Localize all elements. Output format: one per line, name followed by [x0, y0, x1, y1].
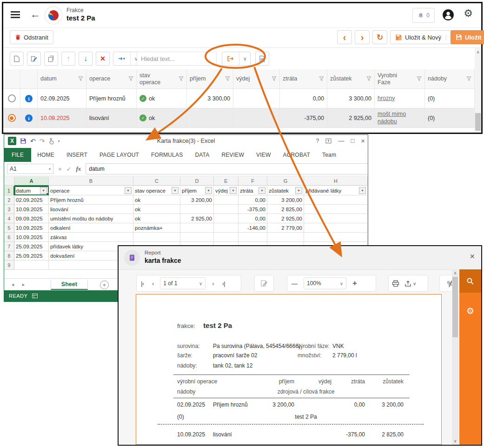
filter-funnel-icon[interactable] — [417, 76, 422, 81]
cell-vydej[interactable] — [233, 108, 280, 128]
delete-button[interactable]: Odstranit — [10, 30, 53, 44]
cell-nadoby[interactable]: (0) — [425, 108, 475, 128]
cell[interactable] — [133, 233, 180, 242]
row-number[interactable]: 4 — [4, 214, 14, 223]
new-row-button[interactable] — [10, 52, 24, 66]
cell[interactable]: ok — [133, 214, 180, 223]
row-number[interactable]: 7 — [4, 242, 14, 251]
column-letter[interactable]: E — [214, 177, 239, 186]
notifications-button[interactable]: 0 — [412, 8, 435, 23]
cell-F1[interactable]: ztráta▾ — [239, 186, 267, 195]
move-down-button[interactable]: ↓ — [79, 52, 93, 66]
info-icon[interactable]: i — [25, 114, 33, 122]
cell-C1[interactable]: stav operace▾ — [133, 186, 180, 195]
add-sheet-icon[interactable]: + — [100, 281, 109, 289]
filter-dropdown-icon[interactable]: ▾ — [40, 187, 47, 194]
next-page-button[interactable]: › — [208, 280, 218, 287]
export-dropdown[interactable]: ∨ — [239, 52, 250, 65]
cell-nadoby[interactable]: (0) — [425, 89, 475, 108]
filter-dropdown-icon[interactable]: ▾ — [230, 187, 237, 194]
radio-unselected[interactable] — [8, 94, 16, 102]
cell[interactable] — [180, 205, 214, 214]
tab-acrobat[interactable]: ACROBAT — [277, 148, 316, 162]
cell-datum[interactable]: 02.09.2025 — [38, 89, 86, 108]
cell-G1[interactable]: zůstatek▾ — [267, 186, 304, 195]
cell[interactable]: 25.09.2025 — [14, 242, 49, 251]
cell-operace[interactable]: Příjem hroznů — [86, 89, 137, 108]
cell[interactable]: odkalení — [49, 223, 133, 233]
cell-ztrata[interactable]: 0,00 — [280, 89, 327, 108]
name-box[interactable]: A1▾ — [7, 164, 53, 174]
cell[interactable] — [304, 195, 368, 205]
scrollbar-thumb[interactable] — [475, 113, 481, 131]
column-header[interactable]: ztráta — [280, 69, 327, 89]
cell-datum[interactable]: 10.09.2025 — [38, 108, 86, 128]
cell[interactable]: 2 925,00 — [267, 214, 304, 223]
filter-funnel-icon[interactable] — [466, 76, 471, 81]
cell[interactable]: umístění moštu do nádoby — [49, 214, 133, 223]
filter-funnel-icon[interactable] — [128, 76, 133, 81]
row-number[interactable]: 9 — [4, 261, 14, 270]
save-and-new-button[interactable]: Uložit & Nový ∨ — [390, 30, 459, 44]
search-panel-button[interactable] — [459, 269, 481, 293]
ribbon-options-icon[interactable] — [325, 138, 332, 144]
column-letter[interactable]: B — [49, 177, 133, 186]
cell-A1[interactable]: datum▾ — [14, 186, 49, 195]
info-icon[interactable]: i — [25, 95, 33, 102]
column-header[interactable]: Vyrobni Faze — [375, 69, 425, 89]
first-page-button[interactable]: |‹ — [137, 280, 148, 287]
cell-ztrata[interactable]: -375,00 — [280, 108, 327, 128]
tab-review[interactable]: REVIEW — [215, 148, 250, 162]
annotate-icon[interactable] — [260, 280, 268, 287]
row-number[interactable]: 5 — [4, 223, 14, 233]
sheet-nav-arrows[interactable]: ◄► — [11, 282, 32, 287]
cell-operace[interactable]: lisování — [86, 108, 137, 128]
cell[interactable]: zákvas — [49, 233, 133, 242]
zoom-in-button[interactable]: + — [348, 279, 361, 288]
cell[interactable]: lisování — [49, 205, 133, 214]
help-icon[interactable]: ? — [316, 137, 319, 144]
page-select[interactable]: 1 of 1∨ — [158, 277, 208, 289]
cell[interactable]: Příjem hroznů — [49, 195, 133, 205]
filter-dropdown-icon[interactable]: ▾ — [205, 187, 212, 194]
enter-check-icon[interactable]: ✓ — [66, 166, 72, 173]
cell[interactable]: 2 925,00 — [180, 214, 214, 223]
cell[interactable]: 0,00 — [239, 195, 267, 205]
row-number[interactable]: 3 — [4, 205, 14, 214]
row-radio-cell[interactable] — [3, 89, 20, 108]
edit-row-button[interactable] — [27, 52, 41, 66]
column-letter[interactable]: A — [14, 177, 49, 186]
copy-row-button[interactable] — [44, 52, 58, 66]
cell[interactable] — [239, 233, 267, 242]
cell-D1[interactable]: příjem▾ — [180, 186, 214, 195]
minimize-icon[interactable]: — — [338, 137, 344, 144]
filter-dropdown-icon[interactable]: ▾ — [125, 187, 132, 194]
tab-file[interactable]: FILE — [4, 148, 31, 162]
filter-dropdown-icon[interactable]: ▾ — [172, 187, 179, 194]
scroll-up-icon[interactable]: ∧ — [452, 271, 458, 275]
cell-prijem[interactable]: 3 300,00 — [187, 89, 233, 108]
cell[interactable] — [214, 195, 239, 205]
cell-prijem[interactable] — [187, 108, 233, 128]
next-record-button[interactable]: › — [355, 30, 370, 44]
cell[interactable]: 25.09.2025 — [14, 251, 49, 261]
cell[interactable] — [304, 214, 368, 223]
cell[interactable] — [267, 233, 304, 242]
cell-vydej[interactable] — [233, 89, 280, 108]
cell[interactable]: -375,00 — [239, 205, 267, 214]
column-header[interactable]: příjem — [187, 69, 233, 89]
column-letter[interactable]: G — [267, 177, 304, 186]
column-header[interactable]: zůstatek — [327, 69, 375, 89]
cell-stav[interactable]: ✓ok — [137, 108, 187, 128]
grid-corner[interactable] — [4, 177, 14, 186]
filter-dropdown-icon[interactable]: ▾ — [295, 187, 302, 194]
cell-H1[interactable]: přidávané látky▾ — [304, 186, 368, 195]
cell[interactable]: 10.09.2025 — [14, 205, 49, 214]
cell[interactable] — [304, 223, 368, 233]
row-info-cell[interactable]: i — [20, 108, 38, 128]
filter-funnel-icon[interactable] — [319, 76, 324, 81]
vertical-scrollbar[interactable]: ∧ — [475, 48, 481, 133]
hamburger-menu-icon[interactable] — [11, 11, 20, 18]
scrollbar-thumb[interactable] — [452, 277, 458, 337]
prev-record-button[interactable]: ‹ — [337, 30, 352, 44]
